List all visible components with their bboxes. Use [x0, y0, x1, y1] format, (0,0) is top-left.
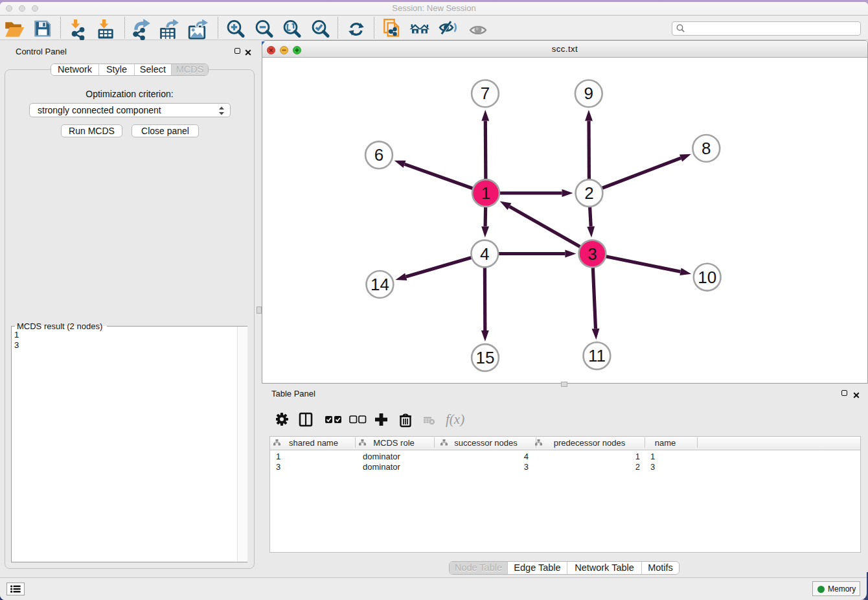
svg-text:3: 3 — [588, 244, 597, 264]
svg-text:2: 2 — [635, 462, 640, 472]
svg-text:1: 1 — [481, 183, 490, 203]
svg-text:predecessor nodes: predecessor nodes — [554, 438, 626, 448]
svg-text:shared name: shared name — [289, 438, 338, 448]
svg-text:8: 8 — [702, 139, 711, 158]
svg-text:3: 3 — [524, 462, 529, 472]
svg-text:dominator: dominator — [363, 462, 400, 472]
svg-text:4: 4 — [524, 452, 529, 461]
svg-text:3: 3 — [276, 462, 280, 472]
svg-text:1: 1 — [650, 452, 655, 461]
svg-text:7: 7 — [481, 84, 490, 103]
svg-text:1: 1 — [635, 452, 640, 461]
svg-text:f(x): f(x) — [446, 412, 464, 427]
svg-text:3: 3 — [650, 462, 655, 472]
svg-text:1: 1 — [276, 452, 280, 461]
svg-text:6: 6 — [374, 145, 383, 165]
svg-text:successor nodes: successor nodes — [454, 438, 518, 448]
svg-text:11: 11 — [588, 346, 606, 365]
svg-text:2: 2 — [584, 183, 593, 203]
svg-text:10: 10 — [698, 268, 716, 287]
svg-text:4: 4 — [480, 244, 489, 264]
svg-text:name: name — [655, 438, 676, 448]
svg-text:dominator: dominator — [363, 452, 400, 461]
svg-text:15: 15 — [476, 348, 495, 367]
svg-text:14: 14 — [371, 275, 389, 294]
svg-text:9: 9 — [584, 84, 593, 103]
svg-text:MCDS role: MCDS role — [373, 438, 415, 448]
